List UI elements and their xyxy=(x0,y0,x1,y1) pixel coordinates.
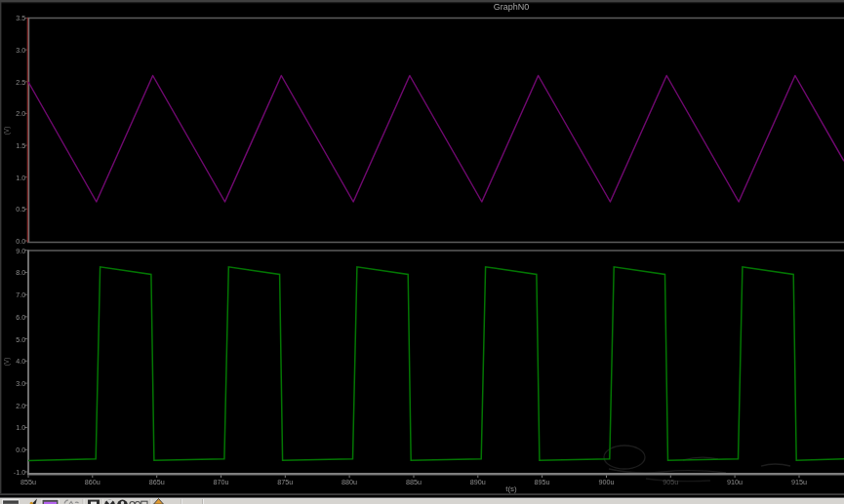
svg-text:915u: 915u xyxy=(791,478,807,486)
svg-text:3.5: 3.5 xyxy=(16,14,25,22)
svg-text:885u: 885u xyxy=(406,478,422,486)
svg-text:895u: 895u xyxy=(535,478,550,486)
svg-text:0.0: 0.0 xyxy=(16,446,25,454)
svg-text:890u: 890u xyxy=(470,478,486,486)
svg-text:1.5: 1.5 xyxy=(16,141,25,150)
svg-text:4.0: 4.0 xyxy=(16,357,25,366)
svg-text:t(s): t(s) xyxy=(505,485,517,493)
svg-text:9.0: 9.0 xyxy=(16,247,25,255)
svg-text:-1.0: -1.0 xyxy=(14,468,25,477)
svg-text:3.0: 3.0 xyxy=(16,379,25,388)
svg-text:7.0: 7.0 xyxy=(16,291,25,299)
svg-text:865u: 865u xyxy=(149,478,165,486)
svg-text:910u: 910u xyxy=(727,478,743,486)
svg-text:1.0: 1.0 xyxy=(16,174,25,182)
svg-text:2.0: 2.0 xyxy=(16,402,25,410)
svg-text:GraphN0: GraphN0 xyxy=(494,2,530,12)
svg-text:(V): (V) xyxy=(3,127,11,136)
svg-text:6.0: 6.0 xyxy=(16,313,25,322)
svg-text:5.0: 5.0 xyxy=(16,335,25,344)
svg-text:(V): (V) xyxy=(3,358,11,367)
svg-text:870u: 870u xyxy=(214,478,229,486)
svg-text:860u: 860u xyxy=(85,478,100,486)
svg-text:2.0: 2.0 xyxy=(16,109,25,118)
svg-text:0.0: 0.0 xyxy=(16,237,25,246)
svg-text:875u: 875u xyxy=(277,478,293,486)
svg-text:900u: 900u xyxy=(599,478,615,486)
svg-text:2.5: 2.5 xyxy=(16,78,25,87)
svg-text:880u: 880u xyxy=(342,478,357,486)
svg-text:8.0: 8.0 xyxy=(16,268,25,277)
svg-text:905u: 905u xyxy=(663,478,678,486)
svg-text:0.5: 0.5 xyxy=(16,205,25,213)
svg-text:1.0: 1.0 xyxy=(16,423,25,432)
svg-text:855u: 855u xyxy=(20,478,36,486)
svg-text:3.0: 3.0 xyxy=(16,46,25,55)
